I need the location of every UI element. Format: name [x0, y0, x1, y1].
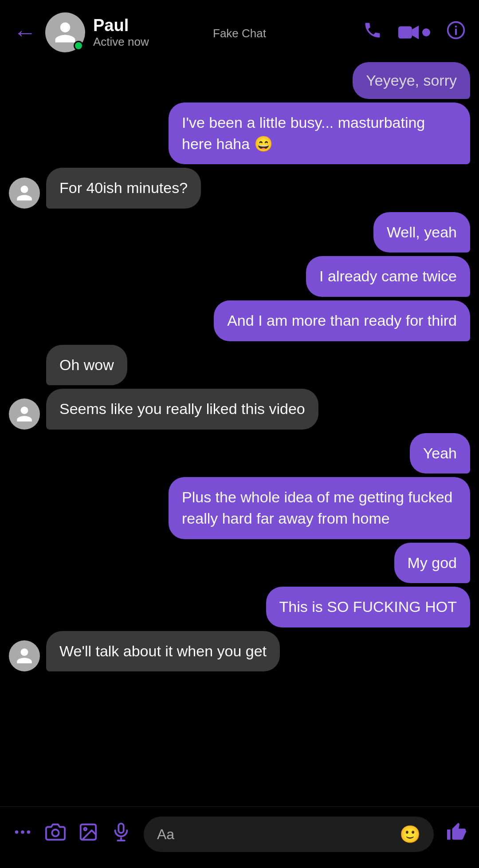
video-live-dot [422, 28, 430, 36]
svg-point-8 [52, 829, 59, 836]
back-button[interactable]: ← [13, 21, 36, 44]
svg-point-5 [15, 830, 19, 834]
messages-area: Yeyeye, sorry I've been a little busy...… [0, 58, 479, 806]
svg-point-7 [27, 830, 31, 834]
message-input[interactable]: Aa [157, 826, 174, 843]
message-bubble: We'll talk about it when you get [46, 631, 280, 672]
message-row: My god [9, 543, 470, 584]
message-row: Seems like you really liked this video [9, 389, 470, 430]
message-row: This is SO FUCKING HOT [9, 587, 470, 627]
message-row: Yeah [9, 433, 470, 474]
phone-call-button[interactable] [363, 20, 382, 44]
header-actions [363, 20, 466, 44]
message-bubble: I already came twice [306, 256, 470, 297]
svg-rect-0 [398, 26, 412, 38]
microphone-button[interactable] [111, 822, 131, 847]
svg-marker-1 [412, 26, 419, 39]
menu-dots-button[interactable] [12, 822, 33, 847]
message-input-area[interactable]: Aa 🙂 [144, 817, 434, 852]
message-row: Well, yeah [9, 212, 470, 253]
message-bubble: My god [394, 543, 471, 584]
message-row: Plus the whole idea of me getting fucked… [9, 477, 470, 539]
message-bubble: Yeyeye, sorry [353, 62, 470, 99]
message-row: Yeyeye, sorry [9, 62, 470, 99]
info-button[interactable] [446, 20, 466, 44]
message-bubble: Plus the whole idea of me getting fucked… [169, 477, 470, 539]
message-row: For 40ish minutes? [9, 168, 470, 209]
svg-point-6 [21, 830, 24, 834]
fake-chat-label: Fake Chat [213, 27, 266, 40]
message-row: I already came twice [9, 256, 470, 297]
svg-rect-11 [118, 823, 124, 832]
camera-button[interactable] [45, 822, 66, 847]
message-bubble: Well, yeah [373, 212, 470, 253]
svg-point-4 [455, 26, 457, 28]
thumbs-up-button[interactable] [446, 822, 467, 847]
bottom-bar: Aa 🙂 [0, 806, 479, 868]
message-bubble: Yeah [410, 433, 470, 474]
message-bubble: This is SO FUCKING HOT [266, 587, 470, 627]
person-icon [53, 20, 78, 45]
header: ← Paul Active now Fake Chat [0, 0, 479, 58]
message-bubble: And I am more than ready for third [214, 300, 470, 341]
svg-point-10 [84, 828, 86, 830]
sender-avatar [9, 178, 40, 209]
message-row: We'll talk about it when you get [9, 631, 470, 672]
message-row: I've been a little busy... masturbating … [9, 103, 470, 164]
photo-library-button[interactable] [78, 822, 98, 847]
message-row: And I am more than ready for third [9, 300, 470, 341]
message-bubble: Seems like you really liked this video [46, 389, 318, 430]
message-bubble: Oh wow [46, 345, 127, 386]
message-bubble: For 40ish minutes? [46, 168, 201, 209]
online-indicator [74, 41, 83, 51]
message-row: Oh wow [9, 345, 470, 386]
sender-avatar [9, 398, 40, 430]
emoji-button[interactable]: 🙂 [400, 825, 420, 844]
video-call-button[interactable] [398, 23, 430, 42]
sender-avatar [9, 640, 40, 671]
message-bubble: I've been a little busy... masturbating … [169, 103, 470, 164]
contact-avatar-wrap [45, 12, 85, 52]
